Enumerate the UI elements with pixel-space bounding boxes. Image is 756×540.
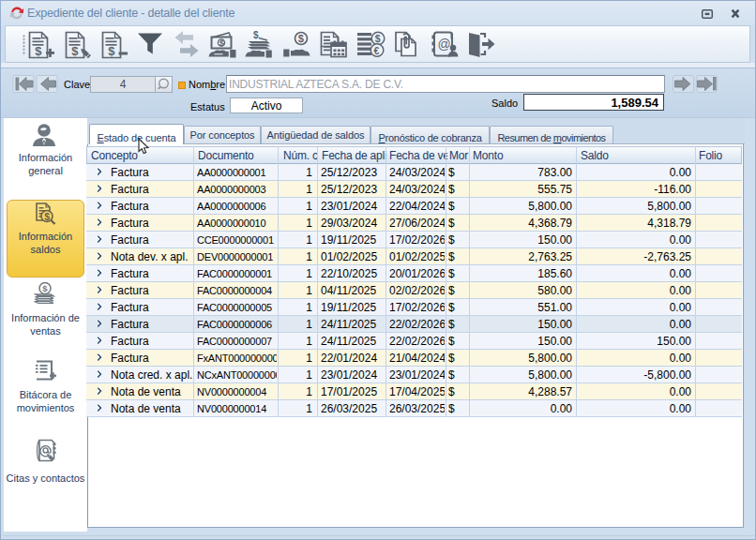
svg-text:$: $ [297,33,303,44]
svg-text:$: $ [108,44,115,58]
svg-text:$: $ [374,33,380,44]
svg-text:@: @ [438,37,451,52]
svg-text:$: $ [42,283,48,293]
svg-text:$: $ [35,44,42,58]
svg-text:$: $ [219,38,225,48]
svg-text:$: $ [253,30,259,40]
svg-text:$: $ [71,44,79,58]
svg-text:€: € [373,45,379,56]
svg-text:$: $ [44,211,50,222]
